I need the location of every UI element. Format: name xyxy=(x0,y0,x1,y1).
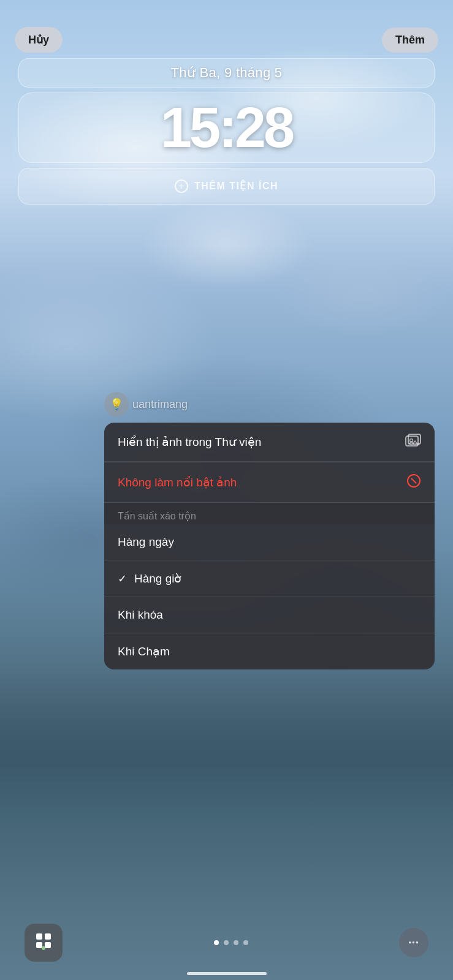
dot-1 xyxy=(214,940,219,945)
time-text: 15:28 xyxy=(161,96,292,159)
more-icon: ●●● xyxy=(408,940,419,945)
plus-circle-icon: + xyxy=(175,179,188,193)
svg-line-4 xyxy=(411,478,416,483)
menu-item-show-library-label: Hiển thị ảnh trong Thư viện xyxy=(118,435,261,449)
no-feature-icon xyxy=(406,473,421,491)
top-navigation: Hủy Thêm xyxy=(0,0,453,61)
menu-item-show-library[interactable]: Hiển thị ảnh trong Thư viện xyxy=(104,423,435,462)
menu-item-hourly-left: ✓ Hàng giờ xyxy=(118,571,182,586)
menu-item-daily-left: Hàng ngày xyxy=(118,535,174,549)
bottom-bar: ●●● xyxy=(0,924,453,962)
menu-item-daily[interactable]: Hàng ngày xyxy=(104,524,435,560)
menu-item-on-tap-left: Khi Chạm xyxy=(118,644,170,658)
add-button[interactable]: Thêm xyxy=(382,28,438,53)
customize-button[interactable] xyxy=(25,924,63,962)
svg-rect-8 xyxy=(45,942,51,948)
widgets-area: Thứ Ba, 9 tháng 5 15:28 + THÊM TIỆN ÍCH xyxy=(18,58,435,205)
date-text: Thứ Ba, 9 tháng 5 xyxy=(171,65,283,80)
pagination-dots xyxy=(214,940,248,945)
add-widget-button[interactable]: + THÊM TIỆN ÍCH xyxy=(18,168,435,205)
svg-rect-5 xyxy=(36,933,42,940)
watermark: 💡 uantrimang xyxy=(104,392,188,417)
menu-item-no-feature[interactable]: Không làm nổi bật ảnh xyxy=(104,462,435,503)
menu-item-on-tap-label: Khi Chạm xyxy=(118,644,170,658)
date-widget: Thứ Ba, 9 tháng 5 xyxy=(18,58,435,88)
home-indicator xyxy=(187,972,267,975)
section-label-shuffle: Tần suất xáo trộn xyxy=(104,503,435,524)
menu-item-on-tap[interactable]: Khi Chạm xyxy=(104,633,435,669)
cancel-button[interactable]: Hủy xyxy=(15,27,63,53)
svg-rect-6 xyxy=(45,933,51,940)
svg-rect-7 xyxy=(36,942,42,948)
dot-3 xyxy=(234,940,238,945)
dot-4 xyxy=(243,940,248,945)
lightbulb-icon: 💡 xyxy=(104,392,129,417)
shuffle-frequency-label: Tần suất xáo trộn xyxy=(118,511,196,521)
menu-item-no-feature-label: Không làm nổi bật ảnh xyxy=(118,475,237,489)
menu-item-on-lock-label: Khi khóa xyxy=(118,608,163,622)
time-widget: 15:28 xyxy=(18,92,435,163)
add-widget-label: THÊM TIỆN ÍCH xyxy=(194,180,278,192)
checkmark-icon: ✓ xyxy=(118,572,127,586)
menu-item-on-lock[interactable]: Khi khóa xyxy=(104,597,435,633)
menu-item-hourly-label: Hàng giờ xyxy=(134,571,182,586)
customize-icon xyxy=(34,931,53,955)
menu-item-daily-label: Hàng ngày xyxy=(118,535,174,549)
watermark-text: uantrimang xyxy=(132,398,188,411)
more-button[interactable]: ●●● xyxy=(399,928,428,957)
menu-item-on-lock-left: Khi khóa xyxy=(118,608,163,622)
context-menu: Hiển thị ảnh trong Thư viện Không làm nổ… xyxy=(104,423,435,669)
photo-library-icon xyxy=(405,434,421,450)
dot-2 xyxy=(224,940,229,945)
menu-item-hourly[interactable]: ✓ Hàng giờ xyxy=(104,560,435,597)
svg-point-9 xyxy=(42,946,45,950)
